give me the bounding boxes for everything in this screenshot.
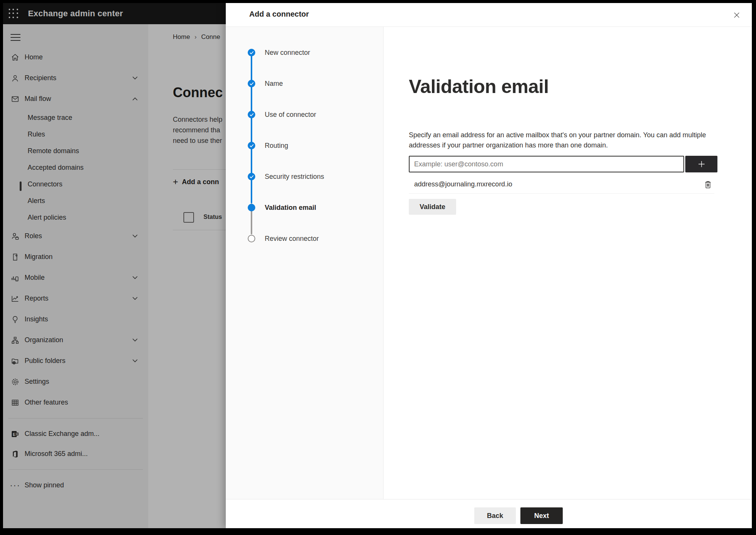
wizard-page-validation-email: Validation email Specify an email addres… (384, 27, 752, 499)
wizard-step-use-of-connector[interactable]: Use of connector (248, 110, 316, 119)
step-check-icon (248, 111, 255, 118)
step-current-dot (248, 204, 255, 211)
wizard-page-title: Validation email (409, 76, 549, 98)
app-screen: Exchange admin center Home Recipients Ma… (3, 3, 752, 528)
wizard-step-review-connector[interactable]: Review connector (248, 234, 319, 243)
wizard-step-name[interactable]: Name (248, 79, 283, 88)
back-button[interactable]: Back (474, 507, 516, 524)
panel-header: Add a connector (226, 3, 752, 27)
step-check-icon (248, 173, 255, 180)
plus-icon (697, 160, 706, 169)
wizard-step-new-connector[interactable]: New connector (248, 48, 310, 57)
step-check-icon (248, 80, 255, 87)
footer-divider (226, 499, 752, 499)
add-address-button[interactable] (685, 156, 717, 172)
step-todo-dot (248, 235, 255, 242)
email-address-input[interactable] (409, 156, 684, 172)
divider (409, 193, 714, 194)
email-entry-row (409, 156, 717, 172)
validate-button[interactable]: Validate (409, 199, 456, 215)
next-button[interactable]: Next (520, 507, 563, 524)
added-address-row: address@journaling.mxrecord.io (409, 176, 714, 192)
step-check-icon (248, 142, 255, 149)
wizard-step-security-restrictions[interactable]: Security restrictions (248, 172, 324, 181)
added-address-text: address@journaling.mxrecord.io (414, 180, 702, 188)
wizard-step-validation-email[interactable]: Validation email (248, 203, 316, 212)
panel-title: Add a connector (249, 10, 309, 19)
trash-icon[interactable] (702, 178, 714, 191)
add-connector-panel: Add a connector New connector Name (226, 3, 752, 528)
close-icon[interactable] (731, 9, 743, 21)
wizard-step-routing[interactable]: Routing (248, 141, 288, 150)
wizard-steps: New connector Name Use of connector Rout… (226, 27, 383, 499)
wizard-page-description: Specify an email address for an active m… (409, 130, 709, 150)
step-check-icon (248, 49, 255, 56)
wizard-progress-line (251, 52, 252, 203)
